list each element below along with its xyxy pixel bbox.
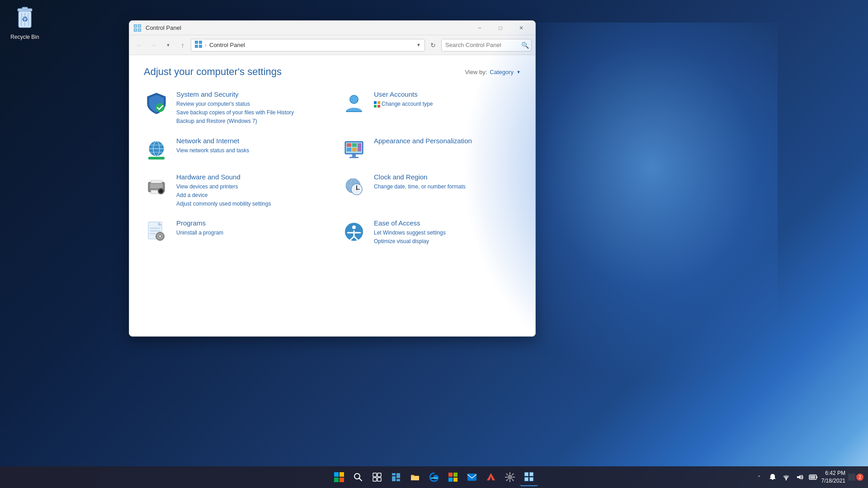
address-bar[interactable]: › Control Panel ▼ bbox=[191, 39, 425, 52]
review-status-link[interactable]: Review your computer's status bbox=[176, 100, 323, 108]
task-view-button[interactable] bbox=[368, 468, 386, 486]
view-devices-printers-link[interactable]: View devices and printers bbox=[176, 183, 323, 191]
svg-rect-100 bbox=[525, 473, 528, 476]
clock-region-content: Clock and Region Change date, time, or n… bbox=[374, 173, 521, 191]
svg-rect-91 bbox=[448, 478, 453, 482]
up-button[interactable]: ↑ bbox=[176, 39, 189, 52]
system-security-title[interactable]: System and Security bbox=[176, 90, 323, 98]
minimize-button[interactable]: − bbox=[469, 21, 490, 35]
office-button[interactable] bbox=[482, 468, 500, 486]
change-account-type-link[interactable]: Change account type bbox=[374, 100, 521, 110]
category-hardware-sound: Hardware and Sound View devices and prin… bbox=[144, 173, 323, 209]
backup-restore-link[interactable]: Backup and Restore (Windows 7) bbox=[176, 117, 323, 126]
notifications-area[interactable]: 2 bbox=[848, 474, 863, 481]
svg-point-47 bbox=[160, 190, 162, 192]
address-dropdown-button[interactable]: ▼ bbox=[416, 42, 421, 47]
recent-locations-button[interactable]: ▼ bbox=[162, 39, 175, 52]
clock-region-title[interactable]: Clock and Region bbox=[374, 173, 521, 181]
forward-button[interactable]: → bbox=[147, 39, 160, 52]
category-clock-region: Clock and Region Change date, time, or n… bbox=[341, 173, 521, 209]
svg-line-79 bbox=[359, 478, 362, 481]
volume-icon[interactable] bbox=[794, 468, 805, 486]
svg-rect-34 bbox=[347, 143, 351, 147]
svg-rect-106 bbox=[810, 476, 815, 479]
svg-rect-11 bbox=[134, 25, 137, 27]
svg-rect-89 bbox=[448, 473, 453, 477]
system-security-icon bbox=[144, 90, 169, 116]
svg-rect-77 bbox=[340, 478, 344, 482]
svg-rect-84 bbox=[392, 473, 396, 475]
svg-rect-15 bbox=[195, 41, 198, 44]
notification-count-badge: 2 bbox=[856, 474, 863, 481]
svg-rect-86 bbox=[392, 476, 396, 481]
ms-store-button[interactable] bbox=[444, 468, 462, 486]
svg-rect-74 bbox=[334, 472, 339, 477]
appearance-title[interactable]: Appearance and Personalization bbox=[374, 137, 521, 145]
svg-rect-18 bbox=[199, 45, 202, 48]
user-accounts-content: User Accounts Change account type bbox=[374, 90, 521, 110]
notification-center-icon[interactable] bbox=[767, 468, 778, 486]
file-explorer-button[interactable] bbox=[406, 468, 424, 486]
wifi-icon[interactable] bbox=[781, 468, 792, 486]
widgets-button[interactable] bbox=[387, 468, 405, 486]
mail-button[interactable] bbox=[463, 468, 481, 486]
control-panel-window: Control Panel − □ ✕ ← → ▼ ↑ bbox=[129, 20, 536, 337]
svg-rect-90 bbox=[453, 473, 458, 477]
svg-rect-108 bbox=[848, 474, 855, 481]
category-programs: Programs Uninstall a program bbox=[144, 219, 323, 246]
recycle-bin-graphic: ♻ bbox=[14, 7, 36, 32]
add-device-link[interactable]: Add a device bbox=[176, 191, 323, 200]
svg-line-6 bbox=[28, 13, 28, 26]
svg-point-69 bbox=[352, 225, 356, 229]
back-button[interactable]: ← bbox=[133, 39, 146, 52]
taskbar-search-button[interactable] bbox=[349, 468, 367, 486]
recycle-bin-label: Recycle Bin bbox=[7, 34, 43, 40]
view-network-status-link[interactable]: View network status and tasks bbox=[176, 146, 323, 155]
svg-rect-14 bbox=[138, 29, 141, 31]
programs-title[interactable]: Programs bbox=[176, 219, 323, 227]
windows-suggest-settings-link[interactable]: Let Windows suggest settings bbox=[374, 229, 521, 237]
network-internet-title[interactable]: Network and Internet bbox=[176, 137, 323, 145]
view-by-value[interactable]: Category bbox=[490, 69, 514, 75]
taskbar-clock[interactable]: 6:42 PM 7/18/2021 bbox=[821, 469, 845, 485]
system-tray-expand-button[interactable]: ⌃ bbox=[754, 468, 764, 486]
mobility-settings-link[interactable]: Adjust commonly used mobility settings bbox=[176, 200, 323, 208]
content-area: Adjust your computer's settings View by:… bbox=[129, 55, 535, 336]
network-internet-icon bbox=[144, 137, 169, 162]
desktop: ♻ Recycle Bin bbox=[0, 0, 868, 488]
optimize-visual-display-link[interactable]: Optimize visual display bbox=[374, 237, 521, 246]
recycle-bin-icon[interactable]: ♻ Recycle Bin bbox=[5, 5, 45, 42]
svg-line-4 bbox=[21, 13, 22, 26]
user-accounts-title[interactable]: User Accounts bbox=[374, 90, 521, 98]
maximize-button[interactable]: □ bbox=[490, 21, 511, 35]
file-history-link[interactable]: Save backup copies of your files with Fi… bbox=[176, 108, 323, 117]
view-by-arrow[interactable]: ▼ bbox=[516, 70, 521, 75]
svg-point-55 bbox=[356, 188, 358, 190]
start-button[interactable] bbox=[330, 468, 348, 486]
category-user-accounts: User Accounts Change account type bbox=[341, 90, 521, 126]
svg-rect-67 bbox=[163, 235, 165, 237]
svg-rect-37 bbox=[352, 148, 357, 151]
control-panel-taskbar-button[interactable] bbox=[520, 468, 538, 486]
search-bar[interactable]: 🔍 bbox=[441, 39, 532, 52]
search-input[interactable] bbox=[445, 42, 521, 48]
uninstall-program-link[interactable]: Uninstall a program bbox=[176, 229, 323, 237]
appearance-content: Appearance and Personalization bbox=[374, 137, 521, 146]
close-button[interactable]: ✕ bbox=[511, 21, 532, 35]
svg-rect-75 bbox=[340, 472, 344, 477]
hardware-sound-content: Hardware and Sound View devices and prin… bbox=[176, 173, 323, 209]
edge-button[interactable] bbox=[425, 468, 443, 486]
settings-button[interactable] bbox=[501, 468, 519, 486]
ease-access-title[interactable]: Ease of Access bbox=[374, 219, 521, 227]
battery-icon[interactable] bbox=[808, 468, 819, 486]
svg-point-21 bbox=[350, 96, 358, 103]
change-date-time-link[interactable]: Change date, time, or number formats bbox=[374, 183, 521, 191]
network-internet-content: Network and Internet View network status… bbox=[176, 137, 323, 155]
refresh-button[interactable]: ↻ bbox=[427, 39, 439, 52]
svg-rect-17 bbox=[195, 45, 198, 48]
hardware-sound-title[interactable]: Hardware and Sound bbox=[176, 173, 323, 181]
content-header: Adjust your computer's settings View by:… bbox=[144, 66, 521, 78]
svg-rect-103 bbox=[530, 478, 533, 481]
svg-rect-40 bbox=[349, 157, 359, 158]
clock-region-icon bbox=[341, 173, 367, 198]
